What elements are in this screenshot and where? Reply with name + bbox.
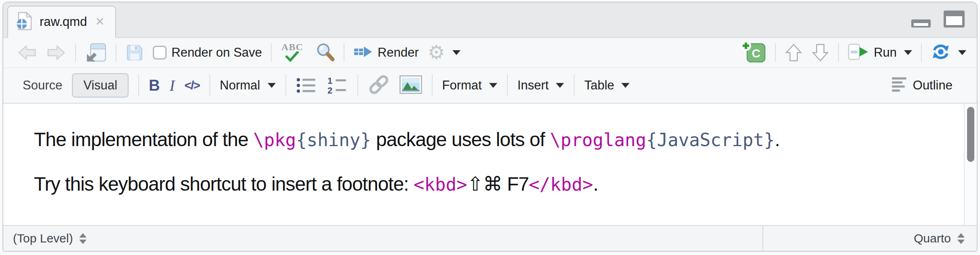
code-button[interactable]: </>: [184, 79, 199, 92]
svg-text:2: 2: [327, 85, 332, 94]
status-bar: (Top Level) Quarto: [3, 225, 977, 251]
checkbox-box[interactable]: [153, 46, 167, 60]
svg-text:1: 1: [327, 76, 332, 86]
minimize-icon[interactable]: [910, 10, 931, 30]
gear-icon: [428, 43, 445, 62]
divider: [138, 74, 139, 96]
bullet-list-button[interactable]: [296, 76, 317, 94]
spellcheck-icon: ABC: [281, 42, 306, 64]
divider: [209, 74, 210, 96]
open-in-new-window-icon[interactable]: [85, 42, 107, 63]
up-down-icon: [957, 233, 965, 244]
search-button[interactable]: [315, 42, 335, 63]
divider: [775, 43, 776, 62]
text-run: .: [593, 173, 598, 195]
italic-button[interactable]: I: [170, 76, 175, 94]
run-icon: [848, 43, 869, 62]
quarto-file-icon: [16, 12, 32, 32]
svg-text:C: C: [752, 47, 760, 60]
divider: [574, 74, 574, 96]
paragraph: Try this keyboard shortcut to insert a f…: [34, 172, 916, 196]
html-tag: <kbd>: [414, 174, 467, 195]
scope-selector[interactable]: (Top Level): [3, 226, 762, 251]
chevron-down-icon: [556, 83, 564, 88]
text-run: package uses lots of: [371, 129, 550, 150]
up-down-icon: [79, 233, 87, 244]
tab-raw-qmd[interactable]: raw.qmd: [7, 6, 116, 38]
render-options-button[interactable]: [428, 43, 460, 62]
divider: [838, 43, 839, 62]
chevron-down-icon: [489, 83, 497, 88]
document-format-selector[interactable]: Quarto: [762, 226, 977, 251]
tab-bar: raw.qmd: [3, 2, 977, 38]
bold-button[interactable]: B: [149, 77, 160, 94]
maximize-icon[interactable]: [943, 10, 965, 30]
chevron-down-icon: [958, 50, 966, 55]
tab-title: raw.qmd: [40, 15, 87, 29]
main-toolbar: Render on Save ABC: [3, 38, 977, 68]
text-run: Try this keyboard shortcut to insert a f…: [34, 173, 414, 195]
html-tag: </kbd>: [529, 174, 593, 195]
divider: [357, 74, 358, 96]
tex-command: \pkg: [253, 130, 296, 150]
insert-menu[interactable]: Insert: [517, 78, 564, 93]
vertical-scrollbar[interactable]: [964, 104, 977, 225]
tex-argument: {JavaScript}: [646, 130, 775, 150]
link-button[interactable]: [368, 74, 390, 96]
divider: [921, 43, 922, 62]
divider: [344, 43, 344, 62]
table-menu[interactable]: Table: [584, 78, 629, 93]
tex-command: \proglang: [550, 130, 646, 150]
rerun-icon: [931, 43, 951, 62]
numbered-list-button[interactable]: 12: [327, 76, 348, 94]
insert-chunk-button[interactable]: C: [740, 40, 766, 65]
render-button[interactable]: Render: [353, 44, 419, 61]
insert-chunk-icon: C: [740, 40, 766, 65]
previous-section-icon[interactable]: [785, 43, 803, 62]
paragraph-style-dropdown[interactable]: Normal: [220, 78, 276, 93]
image-icon: [399, 75, 422, 96]
render-label: Render: [378, 45, 419, 60]
rerun-button[interactable]: [931, 43, 966, 62]
spellcheck-button[interactable]: ABC: [281, 42, 306, 64]
kbd-shortcut-text: ⇧⌘ F7: [467, 173, 529, 195]
chevron-down-icon: [452, 50, 460, 55]
paragraph: The implementation of the \pkg{shiny} pa…: [34, 128, 916, 151]
text-run: The implementation of the: [34, 129, 253, 150]
render-icon: [353, 44, 373, 61]
visual-mode-button[interactable]: Visual: [72, 73, 129, 98]
divider: [75, 43, 76, 62]
run-label: Run: [874, 45, 897, 60]
render-on-save-label: Render on Save: [171, 45, 262, 60]
format-menu[interactable]: Format: [442, 78, 497, 93]
tex-argument: {shiny}: [296, 130, 371, 150]
scrollbar-thumb[interactable]: [967, 107, 974, 162]
outline-icon: [890, 76, 908, 94]
scope-label: (Top Level): [13, 232, 73, 245]
text-run: .: [775, 129, 779, 150]
image-button[interactable]: [399, 75, 422, 96]
format-toolbar: Source Visual B I </> Normal: [3, 68, 977, 104]
outline-button[interactable]: Outline: [890, 76, 953, 94]
divider: [271, 43, 272, 62]
source-mode-button[interactable]: Source: [23, 78, 62, 93]
editor-pane: raw.qmd: [2, 2, 978, 252]
search-icon: [315, 42, 335, 63]
next-section-icon[interactable]: [811, 43, 829, 62]
chevron-down-icon: [268, 83, 276, 88]
visual-editor-canvas[interactable]: The implementation of the \pkg{shiny} pa…: [3, 104, 977, 225]
chevron-down-icon: [621, 83, 629, 88]
forward-icon[interactable]: [46, 44, 66, 62]
divider: [507, 74, 508, 96]
run-button[interactable]: Run: [848, 43, 912, 62]
divider: [116, 43, 116, 62]
render-on-save-checkbox[interactable]: Render on Save: [153, 45, 262, 60]
close-icon[interactable]: [94, 15, 105, 28]
document-format-label: Quarto: [914, 232, 951, 245]
divider: [285, 74, 286, 96]
link-icon: [368, 74, 390, 96]
back-icon[interactable]: [17, 44, 37, 62]
save-icon[interactable]: [125, 43, 144, 62]
divider: [432, 74, 433, 96]
chevron-down-icon: [904, 50, 912, 55]
